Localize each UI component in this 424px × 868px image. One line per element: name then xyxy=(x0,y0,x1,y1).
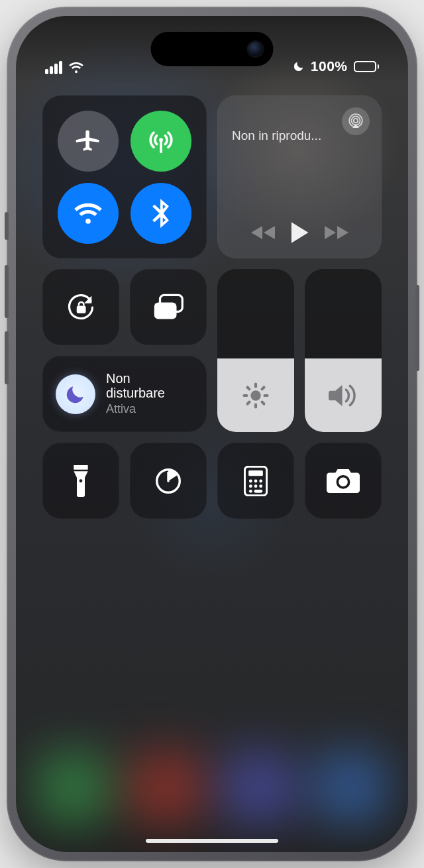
screen: 100% xyxy=(16,16,408,852)
svg-rect-5 xyxy=(77,305,86,313)
svg-rect-7 xyxy=(154,302,177,319)
svg-point-8 xyxy=(250,390,260,400)
camera-icon xyxy=(327,467,360,495)
svg-line-16 xyxy=(262,387,264,389)
bluetooth-toggle[interactable] xyxy=(131,183,191,244)
cellular-signal-icon xyxy=(45,61,62,74)
screen-mirroring-button[interactable] xyxy=(130,269,207,345)
antenna-icon xyxy=(146,127,176,156)
connectivity-group[interactable] xyxy=(42,95,207,258)
timer-icon xyxy=(153,466,184,496)
svg-rect-20 xyxy=(248,470,263,476)
svg-point-23 xyxy=(259,479,262,482)
volume-slider[interactable] xyxy=(305,269,382,432)
battery-icon xyxy=(354,61,380,72)
svg-point-26 xyxy=(259,484,262,488)
orientation-lock-icon xyxy=(64,291,97,324)
do-not-disturb-status-icon xyxy=(293,60,305,72)
focus-title-line1: Non xyxy=(106,371,131,386)
timer-button[interactable] xyxy=(130,443,207,519)
phone-frame: 100% xyxy=(7,7,417,861)
svg-point-25 xyxy=(254,484,258,488)
now-playing-tile[interactable]: Non in riprodu... xyxy=(217,95,382,258)
svg-point-24 xyxy=(249,484,252,488)
svg-point-22 xyxy=(254,479,258,482)
orientation-lock-toggle[interactable] xyxy=(42,269,119,345)
svg-rect-28 xyxy=(254,490,262,493)
calculator-icon xyxy=(244,466,268,496)
play-button[interactable] xyxy=(290,221,309,244)
calculator-button[interactable] xyxy=(217,443,294,519)
wifi-toggle[interactable] xyxy=(58,183,119,244)
camera-button[interactable] xyxy=(305,443,382,519)
svg-line-14 xyxy=(262,402,264,404)
brightness-icon xyxy=(242,382,270,409)
cellular-data-toggle[interactable] xyxy=(131,111,191,172)
svg-line-13 xyxy=(248,387,250,389)
moon-icon xyxy=(64,383,87,406)
home-indicator[interactable] xyxy=(146,839,278,843)
flashlight-icon xyxy=(72,465,90,497)
forward-button[interactable] xyxy=(324,224,349,241)
dynamic-island xyxy=(151,32,274,66)
svg-line-15 xyxy=(248,402,250,404)
volume-icon xyxy=(329,383,358,408)
focus-state: Attiva xyxy=(106,402,165,416)
airplane-mode-toggle[interactable] xyxy=(58,111,119,172)
battery-percentage: 100% xyxy=(311,58,348,74)
brightness-slider[interactable] xyxy=(217,269,294,432)
focus-title-line2: disturbare xyxy=(106,386,165,400)
wifi-icon xyxy=(68,62,84,74)
rewind-button[interactable] xyxy=(250,224,276,241)
wifi-icon xyxy=(73,201,103,225)
svg-point-27 xyxy=(249,489,252,492)
focus-tile[interactable]: Non disturbare Attiva xyxy=(42,356,207,432)
flashlight-button[interactable] xyxy=(42,443,119,519)
svg-point-21 xyxy=(249,479,252,482)
control-center: Non in riprodu... xyxy=(42,95,382,519)
svg-point-3 xyxy=(352,117,360,125)
screen-mirroring-icon xyxy=(152,293,185,322)
airplay-button[interactable] xyxy=(342,107,370,135)
bluetooth-icon xyxy=(152,199,170,228)
airplane-icon xyxy=(74,127,103,156)
svg-point-2 xyxy=(354,119,358,123)
airplay-icon xyxy=(348,113,364,129)
